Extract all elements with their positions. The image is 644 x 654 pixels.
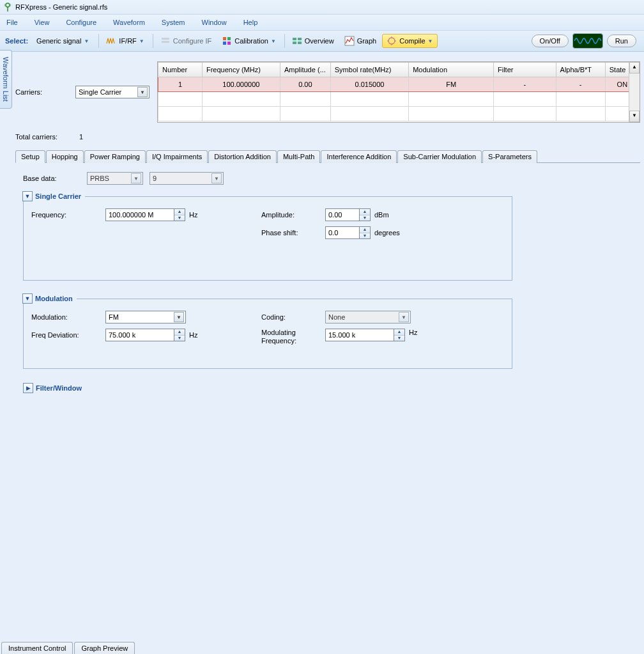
amplitude-input[interactable]: ▲▼ <box>325 208 371 221</box>
modulation-legend[interactable]: ▼ Modulation <box>22 293 77 304</box>
tab-distortion-addition[interactable]: Distortion Addition <box>208 150 277 163</box>
svg-rect-11 <box>298 42 302 44</box>
svg-point-0 <box>6 3 10 7</box>
carriers-select[interactable]: Single Carrier ▼ <box>75 86 150 98</box>
col-alpha-bt[interactable]: Alpha/B*T <box>556 63 605 77</box>
chevron-down-icon: ▼ <box>399 312 409 322</box>
chevron-down-icon: ▼ <box>131 173 141 183</box>
col-symbol-rate[interactable]: Symbol rate(MHz) <box>330 63 408 77</box>
table-row[interactable]: 1 100.000000 0.00 0.015000 FM - - ON <box>158 77 640 92</box>
base-data-row: Base data: PRBS ▼ 9 ▼ <box>23 172 635 185</box>
scroll-up-icon[interactable]: ▲ <box>629 62 640 74</box>
table-row[interactable] <box>158 107 640 121</box>
app-icon <box>3 2 13 12</box>
tab-sub-carrier-modulation[interactable]: Sub-Carrier Modulation <box>397 150 482 163</box>
amplitude-label: Amplitude: <box>261 211 325 219</box>
col-filter[interactable]: Filter <box>494 63 556 77</box>
modulation-label: Modulation: <box>31 313 105 321</box>
spinner[interactable]: ▲▼ <box>359 226 371 239</box>
menu-window[interactable]: Window <box>202 19 227 26</box>
main-panel: Carriers: Single Carrier ▼ Number Freque… <box>15 61 640 393</box>
modulation-select[interactable]: FM ▼ <box>105 311 186 323</box>
tab-iq-impairments[interactable]: I/Q Impairments <box>146 150 208 163</box>
setup-panel: Base data: PRBS ▼ 9 ▼ ▼ Single Carrier F… <box>15 163 640 393</box>
freqdev-input[interactable]: ▲▼ <box>105 329 185 341</box>
scroll-down-icon[interactable]: ▼ <box>629 111 640 122</box>
menu-system[interactable]: System <box>162 19 185 26</box>
tab-interference-addition[interactable]: Interference Addition <box>321 150 397 163</box>
coding-select[interactable]: None ▼ <box>325 311 411 323</box>
col-amplitude[interactable]: Amplitude (... <box>280 63 330 77</box>
menu-view[interactable]: View <box>34 19 50 26</box>
tab-setup[interactable]: Setup <box>15 150 45 163</box>
scrollbar[interactable]: ▲ ▼ <box>629 62 640 122</box>
frequency-unit: Hz <box>189 211 197 219</box>
ifrf-button[interactable]: IF/RF ▼ <box>102 34 148 48</box>
ifrf-icon <box>106 36 116 46</box>
carriers-label: Carriers: <box>15 88 75 96</box>
carriers-row: Carriers: Single Carrier ▼ Number Freque… <box>15 61 640 123</box>
collapse-icon[interactable]: ▼ <box>22 293 33 304</box>
run-button[interactable]: Run <box>607 35 636 47</box>
phase-input[interactable]: ▲▼ <box>325 226 371 239</box>
menu-help[interactable]: Help <box>243 19 258 26</box>
compile-button[interactable]: Compile ▼ <box>382 34 437 48</box>
col-frequency[interactable]: Frequency (MHz) <box>202 63 280 77</box>
separator <box>153 34 153 48</box>
tab-multi-path[interactable]: Multi-Path <box>277 150 321 163</box>
overview-button[interactable]: Overview <box>288 34 339 48</box>
spinner[interactable]: ▲▼ <box>174 329 185 341</box>
separator <box>284 34 285 48</box>
select-signal-value: Generic signal <box>36 37 81 45</box>
base-data-param-select[interactable]: 9 ▼ <box>150 172 224 185</box>
tab-s-parameters[interactable]: S-Parameters <box>482 150 537 163</box>
calibration-button[interactable]: Calibration ▼ <box>217 34 280 48</box>
filter-window-group[interactable]: ▶ Filter/Window <box>23 383 635 393</box>
chevron-down-icon: ▼ <box>271 38 276 44</box>
carriers-grid[interactable]: Number Frequency (MHz) Amplitude (... Sy… <box>157 61 640 123</box>
menu-file[interactable]: File <box>6 19 18 26</box>
onoff-button[interactable]: On/Off <box>532 35 569 47</box>
waveform-list-rail[interactable]: Waveform List <box>0 50 12 109</box>
svg-rect-5 <box>227 37 231 40</box>
spinner[interactable]: ▲▼ <box>174 208 185 221</box>
phase-unit: degrees <box>374 229 400 237</box>
tab-instrument-control[interactable]: Instrument Control <box>1 642 73 654</box>
table-row[interactable] <box>158 92 640 107</box>
tab-hopping[interactable]: Hopping <box>46 150 84 163</box>
tab-graph-preview[interactable]: Graph Preview <box>74 642 135 654</box>
svg-point-13 <box>388 38 395 44</box>
configure-if-icon <box>160 36 171 46</box>
single-carrier-legend[interactable]: ▼ Single Carrier <box>22 191 85 201</box>
toolbar: Select: Generic signal ▼ IF/RF ▼ Configu… <box>0 31 644 52</box>
graph-icon <box>344 36 355 46</box>
phase-label: Phase shift: <box>261 229 325 237</box>
configure-if-button[interactable]: Configure IF <box>156 34 217 48</box>
svg-rect-3 <box>162 41 169 43</box>
col-number[interactable]: Number <box>158 63 203 77</box>
modulation-group: ▼ Modulation Modulation: FM ▼ Freq Devia… <box>23 299 512 369</box>
col-modulation[interactable]: Modulation <box>409 63 494 77</box>
expand-icon[interactable]: ▶ <box>23 383 33 393</box>
svg-rect-10 <box>293 42 296 44</box>
single-carrier-group: ▼ Single Carrier Frequency: ▲▼ Hz <box>23 196 512 281</box>
frequency-input[interactable]: ▲▼ <box>105 208 185 221</box>
svg-rect-9 <box>298 38 302 40</box>
chevron-down-icon: ▼ <box>84 38 89 44</box>
modfreq-input[interactable]: ▲▼ <box>325 329 405 341</box>
svg-rect-8 <box>293 38 296 40</box>
bottom-tabs: Instrument Control Graph Preview <box>1 642 136 654</box>
menu-configure[interactable]: Configure <box>66 19 96 26</box>
select-signal-dropdown[interactable]: Generic signal ▼ <box>33 35 92 47</box>
spinner[interactable]: ▲▼ <box>359 208 371 221</box>
coding-label: Coding: <box>261 313 325 321</box>
svg-rect-2 <box>162 38 169 40</box>
spinner[interactable]: ▲▼ <box>394 329 405 341</box>
graph-button[interactable]: Graph <box>340 34 381 48</box>
collapse-icon[interactable]: ▼ <box>22 191 33 201</box>
chevron-down-icon: ▼ <box>211 173 222 183</box>
amplitude-unit: dBm <box>374 211 389 219</box>
tab-power-ramping[interactable]: Power Ramping <box>84 150 146 163</box>
base-data-select[interactable]: PRBS ▼ <box>87 172 143 185</box>
menu-waveform[interactable]: Waveform <box>113 19 145 26</box>
